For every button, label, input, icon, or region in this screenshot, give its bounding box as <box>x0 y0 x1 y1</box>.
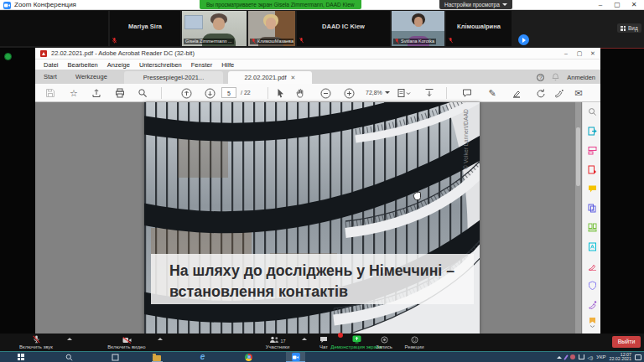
participant-tile-mariya[interactable]: Mariya Sira <box>110 11 180 46</box>
tab-start[interactable]: Start <box>44 73 57 80</box>
email-icon[interactable]: ✉ <box>572 86 585 100</box>
menu-bearbeiten[interactable]: Bearbeiten <box>68 61 98 69</box>
zoom-app-icon <box>3 2 11 9</box>
next-page-icon[interactable] <box>203 86 216 100</box>
tab-22-02-2021[interactable]: 22.02.2021.pdf✕ <box>228 71 312 84</box>
fit-width-icon[interactable] <box>423 86 436 100</box>
volume-icon[interactable]: ◁) <box>588 354 594 360</box>
taskbar-clock[interactable]: 12:07 22.02.2021 <box>609 353 631 362</box>
network-icon[interactable] <box>579 354 584 359</box>
highlighter-icon[interactable] <box>510 86 523 100</box>
taskbar-search-icon[interactable] <box>65 353 74 361</box>
acrobat-restore-button[interactable]: ▢ <box>574 49 585 58</box>
participant-tile-klymo[interactable]: КлимошМазаева <box>248 11 295 46</box>
scan-ocr-icon[interactable] <box>586 240 598 252</box>
internet-explorer-icon[interactable]: e <box>198 353 207 361</box>
comment-tool-icon[interactable] <box>586 183 598 194</box>
chrome-icon[interactable] <box>244 353 253 361</box>
signin-button[interactable]: Anmelden <box>567 74 595 81</box>
view-settings-label: Настройки просмотра <box>444 0 500 9</box>
participant-tile-klimosha[interactable]: КлімошаІрина <box>446 11 512 46</box>
close-button[interactable]: ✕ <box>627 0 641 9</box>
hand-tool-icon[interactable] <box>293 86 307 100</box>
language-indicator[interactable]: УКР <box>596 354 605 359</box>
video-options-chevron[interactable] <box>158 338 163 340</box>
zoom-taskbar-icon[interactable] <box>291 353 300 361</box>
leave-meeting-button[interactable]: Выйти <box>612 336 641 348</box>
edit-pdf-icon[interactable] <box>586 144 598 156</box>
protect-icon[interactable] <box>586 279 598 291</box>
sign-pen-icon[interactable] <box>552 86 565 100</box>
previous-page-icon[interactable] <box>179 86 193 100</box>
next-participants-button[interactable] <box>518 34 529 45</box>
participants-options-chevron[interactable] <box>302 338 307 340</box>
start-video-button[interactable]: Включить видео <box>99 334 154 350</box>
combine-files-icon[interactable] <box>586 202 598 214</box>
chevron-right-icon <box>522 38 526 43</box>
help-icon[interactable]: ? <box>537 74 544 81</box>
zoom-out-icon[interactable] <box>319 86 332 100</box>
file-explorer-icon[interactable] <box>152 353 161 361</box>
save-icon[interactable] <box>44 86 57 100</box>
search-tools-icon[interactable] <box>586 106 598 117</box>
star-favorites-icon[interactable]: ☆ <box>67 86 80 100</box>
certificates-icon[interactable] <box>586 298 598 310</box>
zoom-level-dropdown[interactable]: 72,8% <box>366 90 390 96</box>
audio-options-chevron[interactable] <box>67 338 72 340</box>
view-button[interactable]: Вид <box>617 23 641 33</box>
acrobat-tools-sidebar <box>582 102 600 334</box>
participant-tile-svitlana[interactable]: Svitlana Korotka <box>392 11 444 46</box>
zoom-in-icon[interactable] <box>342 86 356 100</box>
participant-tile-gisela[interactable]: Gisela Zimmermann ... <box>182 11 247 46</box>
menu-fenster[interactable]: Fenster <box>191 61 212 69</box>
reactions-icon <box>397 334 431 344</box>
task-view-icon[interactable] <box>111 353 120 361</box>
fill-sign-icon[interactable] <box>586 260 598 272</box>
select-tool-icon[interactable] <box>273 86 287 100</box>
tab-werkzeuge[interactable]: Werkzeuge <box>75 73 107 80</box>
send-review-icon[interactable] <box>533 86 547 100</box>
export-pdf-icon[interactable] <box>586 125 598 137</box>
vertical-scrollbar[interactable] <box>575 102 581 334</box>
reactions-button[interactable]: Реакции <box>397 334 431 350</box>
action-center-icon[interactable] <box>635 354 641 360</box>
search-icon[interactable] <box>136 86 149 100</box>
page-number-input[interactable]: 5 <box>221 87 236 98</box>
acrobat-minimize-button[interactable]: – <box>560 49 572 58</box>
create-pdf-icon[interactable] <box>586 163 598 175</box>
scrollbar-thumb[interactable] <box>576 127 580 186</box>
menu-datei[interactable]: Datei <box>44 61 59 69</box>
more-tools-icon[interactable] <box>586 316 598 328</box>
chevron-down-icon <box>385 91 390 94</box>
menu-anzeige[interactable]: Anzeige <box>107 61 130 69</box>
close-tab-icon[interactable]: ✕ <box>291 75 296 80</box>
fill-sign-pencil-icon[interactable]: ✎ <box>486 86 499 100</box>
pen-tray-icon[interactable] <box>564 354 569 360</box>
muted-mic-icon <box>252 39 256 44</box>
print-icon[interactable] <box>113 86 127 100</box>
start-button[interactable] <box>16 353 25 361</box>
acrobat-tabbar: Start Werkzeuge Pressespiegel-2021... 22… <box>35 70 600 84</box>
tray-app-icon[interactable] <box>570 354 575 359</box>
participant-tile-daad[interactable]: DAAD IC Kiew <box>297 11 390 46</box>
menu-unterschreiben[interactable]: Unterschreiben <box>139 61 182 69</box>
hidden-icons-chevron[interactable] <box>557 356 562 359</box>
participants-button[interactable]: 17 Участники <box>253 334 302 350</box>
fit-page-dropdown-icon[interactable] <box>397 86 411 100</box>
participant-tile-partial[interactable] <box>0 11 108 46</box>
tab-pressespiegel[interactable]: Pressespiegel-2021... <box>124 71 223 84</box>
menu-hilfe[interactable]: Hilfe <box>221 61 234 69</box>
comment-icon[interactable] <box>460 86 474 100</box>
unmute-button[interactable]: Включить звук <box>8 334 64 350</box>
participant-name: Mariya Sira <box>110 23 180 30</box>
share-upload-icon[interactable] <box>90 86 103 100</box>
view-settings-button[interactable]: Настройки просмотра <box>439 0 512 9</box>
record-button[interactable]: Запись <box>367 334 401 350</box>
desktop-shortcut-icon[interactable] <box>4 53 12 60</box>
wall-map <box>184 15 203 29</box>
maximize-button[interactable]: ▢ <box>610 0 624 9</box>
bell-icon[interactable] <box>552 73 559 81</box>
acrobat-close-button[interactable]: ✕ <box>587 49 599 58</box>
minimize-button[interactable]: – <box>594 0 607 9</box>
organize-pages-icon[interactable] <box>586 221 598 233</box>
